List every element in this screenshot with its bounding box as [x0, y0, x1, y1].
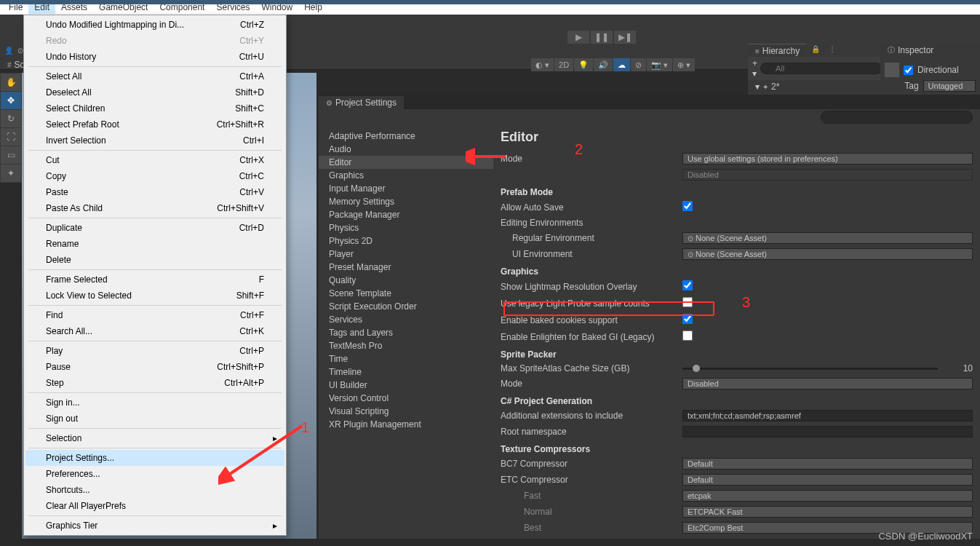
menu-item-redo[interactable]: RedoCtrl+Y — [25, 33, 284, 49]
rect-tool-icon[interactable]: ▭ — [1, 146, 21, 164]
menu-item-paste[interactable]: PasteCtrl+V — [25, 184, 284, 200]
settings-category-memory-settings[interactable]: Memory Settings — [319, 195, 493, 208]
menu-item-clear-all-playerprefs[interactable]: Clear All PlayerPrefs — [25, 498, 284, 514]
foldout-icon[interactable]: ▾ — [755, 82, 760, 92]
menu-item-copy[interactable]: CopyCtrl+C — [25, 168, 284, 184]
menu-item-step[interactable]: StepCtrl+Alt+P — [25, 375, 284, 391]
menu-separator — [28, 341, 282, 341]
menu-icon[interactable]: ⋮ — [824, 44, 840, 58]
settings-category-script-execution-order[interactable]: Script Execution Order — [319, 300, 493, 313]
allow-auto-save-checkbox[interactable] — [682, 201, 693, 211]
hand-tool-icon[interactable]: ✋ — [1, 74, 21, 91]
play-controls: ▶ ❚❚ ▶❚ — [567, 31, 636, 44]
tag-dropdown[interactable]: Untagged — [923, 80, 976, 92]
menu-item-select-all[interactable]: Select AllCtrl+A — [25, 68, 284, 84]
fx-icon[interactable]: ☁ — [613, 58, 630, 71]
menu-item-select-prefab-root[interactable]: Select Prefab RootCtrl+Shift+R — [25, 116, 284, 132]
settings-category-ui-builder[interactable]: UI Builder — [319, 379, 493, 392]
inspector-icon: ⓘ — [888, 45, 895, 55]
etc-dropdown[interactable]: Default — [682, 474, 973, 486]
menu-item-rename[interactable]: Rename — [25, 236, 284, 252]
menu-item-invert-selection[interactable]: Invert SelectionCtrl+I — [25, 132, 284, 149]
max-sprite-slider[interactable]: 10 — [682, 363, 973, 373]
menu-item-undo-modified-lightmapping-in-di[interactable]: Undo Modified Lightmapping in Di...Ctrl+… — [25, 17, 284, 33]
account-icon[interactable]: 👤 — [4, 47, 13, 55]
project-settings-tab[interactable]: ⚙ Project Settings — [319, 96, 404, 109]
enable-enlighten-checkbox[interactable] — [682, 331, 693, 341]
show-lightmap-checkbox[interactable] — [682, 280, 693, 290]
settings-category-preset-manager[interactable]: Preset Manager — [319, 261, 493, 274]
camera-icon[interactable]: 📷 ▾ — [647, 58, 672, 71]
bc7-dropdown[interactable]: Default — [682, 458, 973, 470]
settings-category-visual-scripting[interactable]: Visual Scripting — [319, 405, 493, 418]
transform-tool-icon[interactable]: ✦ — [1, 165, 21, 182]
scale-tool-icon[interactable]: ⛶ — [1, 128, 21, 146]
menu-item-pause[interactable]: PauseCtrl+Shift+P — [25, 359, 284, 375]
settings-category-input-manager[interactable]: Input Manager — [319, 182, 493, 195]
settings-category-physics-2d[interactable]: Physics 2D — [319, 234, 493, 248]
settings-category-textmesh-pro[interactable]: TextMesh Pro — [319, 339, 493, 352]
etc-normal-dropdown[interactable]: ETCPACK Fast — [682, 506, 973, 518]
rotate-tool-icon[interactable]: ↻ — [1, 110, 21, 127]
gizmos-icon[interactable]: ⊕ ▾ — [673, 58, 695, 71]
menu-item-frame-selected[interactable]: Frame SelectedF — [25, 272, 284, 288]
settings-category-version-control[interactable]: Version Control — [319, 392, 493, 405]
settings-category-services[interactable]: Services — [319, 313, 493, 326]
gameobject-name[interactable]: Directional — [917, 65, 959, 75]
menu-item-undo-history[interactable]: Undo HistoryCtrl+U — [25, 49, 284, 65]
settings-category-scene-template[interactable]: Scene Template — [319, 287, 493, 300]
annotation-arrow-2 — [466, 146, 509, 167]
audio-icon[interactable]: 🔊 — [594, 58, 613, 71]
menu-item-deselect-all[interactable]: Deselect AllShift+D — [25, 84, 284, 100]
settings-category-adaptive-performance[interactable]: Adaptive Performance — [319, 130, 493, 143]
root-ns-input[interactable] — [682, 426, 973, 438]
menu-item-duplicate[interactable]: DuplicateCtrl+D — [25, 220, 284, 236]
settings-category-player[interactable]: Player — [319, 248, 493, 261]
settings-category-graphics[interactable]: Graphics — [319, 169, 493, 182]
menu-item-find[interactable]: FindCtrl+F — [25, 307, 284, 323]
regular-env-field[interactable]: ⊙ None (Scene Asset) — [682, 232, 973, 244]
menu-item-delete[interactable]: Delete — [25, 252, 284, 268]
gameobject-enabled-checkbox[interactable] — [904, 66, 913, 75]
menu-item-paste-as-child[interactable]: Paste As ChildCtrl+Shift+V — [25, 200, 284, 216]
settings-category-physics[interactable]: Physics — [319, 221, 493, 234]
inspector-tab[interactable]: ⓘ Inspector — [880, 44, 980, 57]
settings-category-xr-plugin-management[interactable]: XR Plugin Management — [319, 418, 493, 431]
sprite-mode-dropdown[interactable]: Disabled — [682, 378, 973, 389]
inspector-panel: ⓘ Inspector Directional Tag Untagged — [880, 44, 980, 98]
hierarchy-search[interactable] — [760, 63, 883, 74]
menu-item-cut[interactable]: CutCtrl+X — [25, 152, 284, 168]
lock-icon[interactable]: 🔒 — [807, 44, 824, 58]
step-button[interactable]: ▶❚ — [614, 31, 636, 44]
2d-toggle[interactable]: 2D — [554, 58, 573, 71]
menu-item-play[interactable]: PlayCtrl+P — [25, 343, 284, 359]
play-button[interactable]: ▶ — [567, 31, 589, 44]
settings-category-quality[interactable]: Quality — [319, 274, 493, 287]
lighting-icon[interactable]: 💡 — [574, 58, 593, 71]
mode-dropdown[interactable]: Use global settings (stored in preferenc… — [682, 153, 973, 165]
regular-env-label: Regular Environment — [501, 233, 682, 243]
enable-baked-label: Enable baked cookies support — [501, 315, 682, 325]
menu-item-search-all[interactable]: Search All...Ctrl+K — [25, 323, 284, 339]
view-gizmo-icon[interactable]: ◐ ▾ — [531, 58, 554, 71]
settings-category-time[interactable]: Time — [319, 352, 493, 365]
move-tool-icon[interactable]: ✥ — [1, 92, 21, 109]
ui-env-field[interactable]: ⊙ None (Scene Asset) — [682, 248, 973, 260]
pause-button[interactable]: ❚❚ — [591, 31, 613, 44]
scene-name[interactable]: 2* — [771, 82, 779, 92]
cloud-icon[interactable]: ⊙ — [17, 47, 23, 55]
scene-icon: ✦ — [762, 83, 768, 91]
menu-item-lock-view-to-selected[interactable]: Lock View to SelectedShift+F — [25, 288, 284, 304]
hidden-icon[interactable]: ⊘ — [631, 58, 646, 71]
add-icon[interactable]: + ▾ — [752, 58, 757, 79]
additional-ext-input[interactable] — [682, 410, 973, 422]
settings-category-tags-and-layers[interactable]: Tags and Layers — [319, 326, 493, 339]
menu-item-graphics-tier[interactable]: Graphics Tier▸ — [25, 518, 284, 534]
settings-search-input[interactable] — [821, 111, 973, 124]
menu-item-select-children[interactable]: Select ChildrenShift+C — [25, 100, 284, 116]
settings-category-timeline[interactable]: Timeline — [319, 365, 493, 379]
etc-fast-dropdown[interactable]: etcpak — [682, 490, 973, 502]
settings-category-package-manager[interactable]: Package Manager — [319, 208, 493, 221]
hierarchy-tab[interactable]: ≡ Hierarchy — [748, 44, 807, 58]
menu-item-sign-in[interactable]: Sign in... — [25, 395, 284, 411]
